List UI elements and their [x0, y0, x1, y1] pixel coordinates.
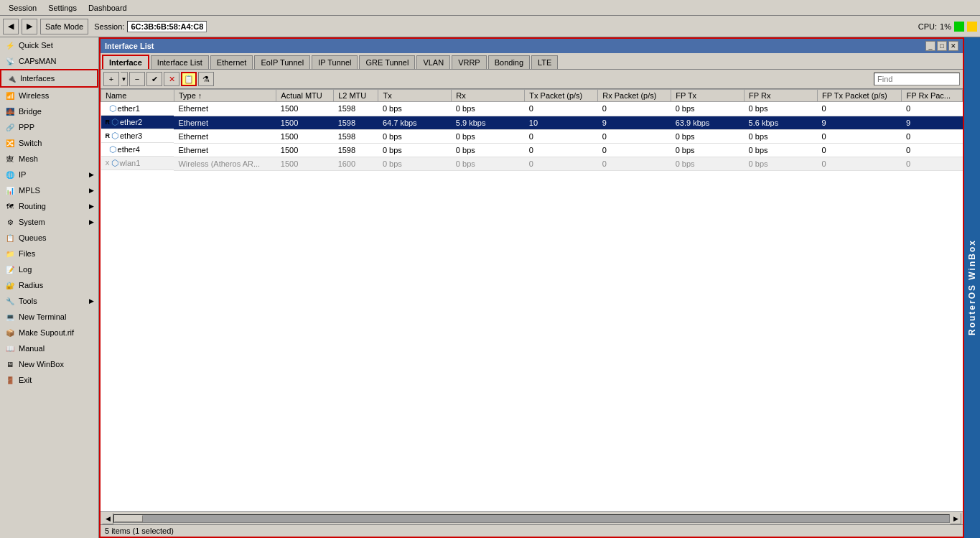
tab-vlan[interactable]: VLAN: [416, 55, 450, 69]
tools-icon: 🔧: [4, 295, 16, 307]
tab-eoip-tunnel[interactable]: EoIP Tunnel: [254, 55, 310, 69]
menu-session[interactable]: Session: [3, 2, 42, 14]
tab-vrrp[interactable]: VRRP: [452, 55, 487, 69]
sidebar-label-new-terminal: New Terminal: [19, 312, 66, 321]
panel-title: Interface List: [105, 42, 154, 50]
menu-dashboard[interactable]: Dashboard: [83, 2, 133, 14]
hscroll-left-arrow[interactable]: ◀: [102, 513, 113, 524]
sidebar-item-wireless[interactable]: 📶 Wireless: [0, 88, 98, 103]
sidebar-item-manual[interactable]: 📖 Manual: [0, 340, 98, 356]
sidebar-item-radius[interactable]: 🔐 Radius: [0, 277, 98, 293]
row-name-3: ether4: [118, 145, 140, 154]
sidebar-item-tools[interactable]: 🔧 Tools ▶: [0, 293, 98, 309]
hscroll-track[interactable]: [113, 514, 950, 523]
sidebar-item-ip[interactable]: 🌐 IP ▶: [0, 167, 98, 182]
col-header-actual-mtu[interactable]: Actual MTU: [276, 90, 334, 102]
sidebar-item-mpls[interactable]: 📊 MPLS ▶: [0, 182, 98, 198]
remove-button[interactable]: −: [129, 72, 145, 86]
sidebar-label-tools: Tools: [19, 297, 37, 305]
row-rx_pps-1: 9: [598, 116, 671, 129]
sidebar-item-capsman[interactable]: 📡 CAPsMAN: [0, 53, 98, 69]
sidebar: ⚡ Quick Set 📡 CAPsMAN 🔌 Interfaces 📶 Wir…: [0, 37, 99, 538]
iface-icon-1: ⬡: [111, 117, 118, 127]
sidebar-item-new-terminal[interactable]: 💻 New Terminal: [0, 309, 98, 325]
files-icon: 📁: [4, 248, 16, 259]
hscroll-right-arrow[interactable]: ▶: [950, 513, 961, 524]
row-tx-2: 0 bps: [378, 129, 452, 143]
sidebar-item-system[interactable]: ⚙ System ▶: [0, 214, 98, 230]
col-header-fp-rx[interactable]: FP Rx: [745, 90, 818, 102]
panel-maximize-button[interactable]: □: [937, 41, 947, 51]
tab-lte[interactable]: LTE: [531, 55, 558, 69]
iface-icon-4: ⬡: [111, 158, 118, 168]
col-header-name[interactable]: Name: [101, 90, 174, 102]
sidebar-item-new-winbox[interactable]: 🖥 New WinBox: [0, 356, 98, 372]
tab-ethernet[interactable]: Ethernet: [210, 55, 253, 69]
flag-r-2: R: [106, 132, 111, 139]
row-type-3: Ethernet: [174, 143, 276, 157]
tab-gre-tunnel[interactable]: GRE Tunnel: [359, 55, 415, 69]
panel-titlebar-buttons: _ □ ✕: [925, 41, 958, 51]
col-header-tx-pps[interactable]: Tx Packet (p/s): [525, 90, 598, 102]
sidebar-item-log[interactable]: 📝 Log: [0, 261, 98, 277]
winbox-label: RouterOS WinBox: [964, 37, 980, 538]
log-icon: 📝: [4, 264, 16, 275]
content-area: Interface List _ □ ✕ Interface Interface…: [99, 37, 964, 538]
filter-button[interactable]: ⚗: [198, 72, 214, 86]
sidebar-item-mesh[interactable]: 🕸 Mesh: [0, 151, 98, 167]
action-toolbar: + ▼ − ✔ ✕ 📋 ⚗: [101, 70, 963, 89]
interface-list-panel: Interface List _ □ ✕ Interface Interface…: [99, 37, 964, 538]
sidebar-item-ppp[interactable]: 🔗 PPP: [0, 119, 98, 135]
enable-button[interactable]: ✔: [146, 72, 162, 86]
col-header-rx[interactable]: Rx: [452, 90, 525, 102]
table-row[interactable]: R⬡ether2Ethernet1500159864.7 kbps5.9 kbp…: [101, 116, 963, 129]
sidebar-item-interfaces[interactable]: 🔌 Interfaces: [0, 69, 98, 88]
hscroll-thumb[interactable]: [114, 515, 143, 522]
row-type-2: Ethernet: [174, 129, 276, 143]
sidebar-item-make-supout[interactable]: 📦 Make Supout.rif: [0, 325, 98, 340]
col-header-rx-pps[interactable]: Rx Packet (p/s): [598, 90, 671, 102]
sidebar-item-switch[interactable]: 🔀 Switch: [0, 135, 98, 151]
sidebar-item-routing[interactable]: 🗺 Routing ▶: [0, 198, 98, 214]
col-header-tx[interactable]: Tx: [378, 90, 452, 102]
mesh-icon: 🕸: [4, 153, 16, 164]
table-row[interactable]: X⬡wlan1Wireless (Atheros AR...150016000 …: [101, 157, 963, 170]
table-row[interactable]: ⬡ether4Ethernet150015980 bps0 bps000 bps…: [101, 143, 963, 157]
panel-minimize-button[interactable]: _: [925, 41, 935, 51]
sidebar-item-files[interactable]: 📁 Files: [0, 246, 98, 261]
safe-mode-button[interactable]: Safe Mode: [40, 19, 88, 34]
col-header-fp-tx-pps[interactable]: FP Tx Packet (p/s): [818, 90, 902, 102]
row-fp_tx_pps-1: 9: [818, 116, 902, 129]
tab-bonding[interactable]: Bonding: [488, 55, 530, 69]
row-fp_tx-4: 0 bps: [671, 157, 745, 170]
capsman-icon: 📡: [4, 55, 16, 67]
sidebar-item-bridge[interactable]: 🌉 Bridge: [0, 103, 98, 119]
forward-button[interactable]: ▶: [22, 19, 37, 34]
sidebar-item-exit[interactable]: 🚪 Exit: [0, 372, 98, 388]
col-header-type[interactable]: Type ↑: [174, 90, 276, 102]
disable-button[interactable]: ✕: [164, 72, 179, 86]
row-name-1: ether2: [120, 118, 142, 126]
row-rx-4: 0 bps: [452, 157, 525, 170]
col-header-l2-mtu[interactable]: L2 MTU: [334, 90, 378, 102]
panel-close-button[interactable]: ✕: [948, 41, 958, 51]
routing-icon: 🗺: [4, 200, 16, 212]
row-name-4: wlan1: [120, 159, 141, 167]
menu-settings[interactable]: Settings: [42, 2, 83, 14]
search-input[interactable]: [874, 73, 960, 85]
sidebar-item-queues[interactable]: 📋 Queues: [0, 230, 98, 246]
table-row[interactable]: R⬡ether3Ethernet150015980 bps0 bps000 bp…: [101, 129, 963, 143]
sidebar-label-log: Log: [19, 265, 32, 274]
tab-interface[interactable]: Interface: [102, 55, 149, 69]
col-header-fp-tx[interactable]: FP Tx: [671, 90, 745, 102]
add-dropdown-button[interactable]: ▼: [121, 72, 128, 86]
tab-interface-list[interactable]: Interface List: [151, 55, 209, 69]
cpu-green-indicator: [954, 22, 964, 32]
copy-button[interactable]: 📋: [181, 72, 197, 86]
col-header-fp-rx-pac[interactable]: FP Rx Pac...: [902, 90, 963, 102]
add-button[interactable]: +: [103, 72, 119, 86]
back-button[interactable]: ◀: [3, 19, 19, 34]
sidebar-item-quick-set[interactable]: ⚡ Quick Set: [0, 37, 98, 53]
table-row[interactable]: ⬡ether1Ethernet150015980 bps0 bps000 bps…: [101, 102, 963, 116]
tab-ip-tunnel[interactable]: IP Tunnel: [312, 55, 358, 69]
